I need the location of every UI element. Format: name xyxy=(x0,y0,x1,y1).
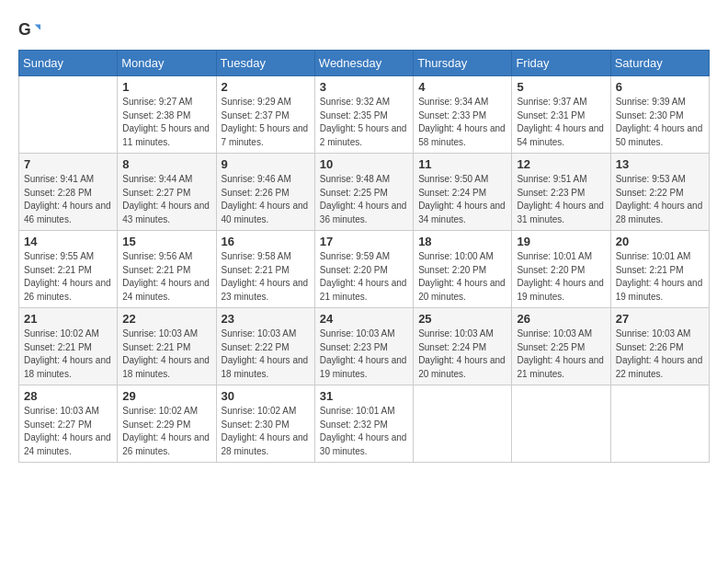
calendar-cell: 30Sunrise: 10:02 AM Sunset: 2:30 PM Dayl… xyxy=(216,385,314,463)
calendar-week-row: 1Sunrise: 9:27 AM Sunset: 2:38 PM Daylig… xyxy=(19,76,710,154)
calendar-cell: 2Sunrise: 9:29 AM Sunset: 2:37 PM Daylig… xyxy=(216,76,314,154)
calendar-week-row: 14Sunrise: 9:55 AM Sunset: 2:21 PM Dayli… xyxy=(19,231,710,308)
day-info: Sunrise: 9:50 AM Sunset: 2:24 PM Dayligh… xyxy=(418,173,506,226)
calendar-cell xyxy=(19,76,118,154)
day-info: Sunrise: 9:53 AM Sunset: 2:22 PM Dayligh… xyxy=(616,173,704,226)
day-info: Sunrise: 9:41 AM Sunset: 2:28 PM Dayligh… xyxy=(24,173,112,226)
day-number: 13 xyxy=(616,157,704,171)
calendar-cell: 23Sunrise: 10:03 AM Sunset: 2:22 PM Dayl… xyxy=(216,308,314,385)
day-info: Sunrise: 9:55 AM Sunset: 2:21 PM Dayligh… xyxy=(24,250,112,304)
day-number: 12 xyxy=(517,157,605,171)
day-info: Sunrise: 10:03 AM Sunset: 2:22 PM Daylig… xyxy=(222,327,310,381)
calendar-cell: 20Sunrise: 10:01 AM Sunset: 2:21 PM Dayl… xyxy=(610,231,709,308)
calendar-cell: 15Sunrise: 9:56 AM Sunset: 2:21 PM Dayli… xyxy=(118,231,216,308)
day-info: Sunrise: 9:56 AM Sunset: 2:21 PM Dayligh… xyxy=(122,250,210,304)
day-info: Sunrise: 9:46 AM Sunset: 2:26 PM Dayligh… xyxy=(222,173,310,226)
calendar-cell: 11Sunrise: 9:50 AM Sunset: 2:24 PM Dayli… xyxy=(414,154,512,231)
day-number: 28 xyxy=(24,389,112,403)
day-info: Sunrise: 10:02 AM Sunset: 2:21 PM Daylig… xyxy=(24,327,112,381)
page-header: G xyxy=(18,18,710,40)
day-number: 10 xyxy=(320,157,408,171)
day-number: 24 xyxy=(320,312,408,326)
calendar-cell xyxy=(610,385,709,463)
calendar-cell: 17Sunrise: 9:59 AM Sunset: 2:20 PM Dayli… xyxy=(314,231,413,308)
calendar-cell: 29Sunrise: 10:02 AM Sunset: 2:29 PM Dayl… xyxy=(118,385,216,463)
day-number: 19 xyxy=(517,235,605,248)
calendar-cell: 22Sunrise: 10:03 AM Sunset: 2:21 PM Dayl… xyxy=(118,308,216,385)
day-number: 21 xyxy=(24,312,112,326)
day-info: Sunrise: 9:44 AM Sunset: 2:27 PM Dayligh… xyxy=(122,173,210,226)
day-number: 18 xyxy=(418,235,506,248)
calendar-cell: 10Sunrise: 9:48 AM Sunset: 2:25 PM Dayli… xyxy=(314,154,413,231)
logo: G xyxy=(18,18,44,40)
day-number: 7 xyxy=(24,157,112,171)
calendar-cell: 12Sunrise: 9:51 AM Sunset: 2:23 PM Dayli… xyxy=(512,154,610,231)
day-info: Sunrise: 10:02 AM Sunset: 2:29 PM Daylig… xyxy=(122,405,210,458)
day-number: 27 xyxy=(616,312,704,326)
calendar-cell: 14Sunrise: 9:55 AM Sunset: 2:21 PM Dayli… xyxy=(19,231,118,308)
calendar-cell: 3Sunrise: 9:32 AM Sunset: 2:35 PM Daylig… xyxy=(314,76,413,154)
day-info: Sunrise: 9:58 AM Sunset: 2:21 PM Dayligh… xyxy=(222,250,310,304)
day-number: 26 xyxy=(517,312,605,326)
weekday-header-monday: Monday xyxy=(118,51,216,76)
calendar-cell xyxy=(414,385,512,463)
weekday-header-wednesday: Wednesday xyxy=(314,51,413,76)
day-info: Sunrise: 10:03 AM Sunset: 2:26 PM Daylig… xyxy=(616,327,704,381)
day-number: 30 xyxy=(222,389,310,403)
day-info: Sunrise: 10:02 AM Sunset: 2:30 PM Daylig… xyxy=(222,405,310,458)
calendar-cell: 1Sunrise: 9:27 AM Sunset: 2:38 PM Daylig… xyxy=(118,76,216,154)
day-info: Sunrise: 10:01 AM Sunset: 2:32 PM Daylig… xyxy=(320,405,408,458)
calendar-table: SundayMondayTuesdayWednesdayThursdayFrid… xyxy=(18,50,710,463)
calendar-cell: 24Sunrise: 10:03 AM Sunset: 2:23 PM Dayl… xyxy=(314,308,413,385)
day-number: 5 xyxy=(517,80,605,94)
weekday-header-tuesday: Tuesday xyxy=(216,51,314,76)
calendar-header-row: SundayMondayTuesdayWednesdayThursdayFrid… xyxy=(19,51,710,76)
weekday-header-sunday: Sunday xyxy=(19,51,118,76)
calendar-cell: 16Sunrise: 9:58 AM Sunset: 2:21 PM Dayli… xyxy=(216,231,314,308)
calendar-cell: 4Sunrise: 9:34 AM Sunset: 2:33 PM Daylig… xyxy=(414,76,512,154)
weekday-header-thursday: Thursday xyxy=(414,51,512,76)
calendar-cell: 19Sunrise: 10:01 AM Sunset: 2:20 PM Dayl… xyxy=(512,231,610,308)
svg-text:G: G xyxy=(18,20,31,39)
day-number: 8 xyxy=(122,157,210,171)
calendar-cell: 18Sunrise: 10:00 AM Sunset: 2:20 PM Dayl… xyxy=(414,231,512,308)
day-info: Sunrise: 10:01 AM Sunset: 2:20 PM Daylig… xyxy=(517,250,605,304)
day-number: 9 xyxy=(222,157,310,171)
day-info: Sunrise: 10:00 AM Sunset: 2:20 PM Daylig… xyxy=(418,250,506,304)
calendar-week-row: 21Sunrise: 10:02 AM Sunset: 2:21 PM Dayl… xyxy=(19,308,710,385)
day-info: Sunrise: 9:39 AM Sunset: 2:30 PM Dayligh… xyxy=(616,96,704,149)
day-number: 16 xyxy=(222,235,310,248)
day-number: 29 xyxy=(122,389,210,403)
day-number: 17 xyxy=(320,235,408,248)
day-number: 3 xyxy=(320,80,408,94)
day-number: 25 xyxy=(418,312,506,326)
day-info: Sunrise: 10:01 AM Sunset: 2:21 PM Daylig… xyxy=(616,250,704,304)
day-number: 4 xyxy=(418,80,506,94)
weekday-header-friday: Friday xyxy=(512,51,610,76)
calendar-cell: 5Sunrise: 9:37 AM Sunset: 2:31 PM Daylig… xyxy=(512,76,610,154)
day-number: 6 xyxy=(616,80,704,94)
calendar-cell: 21Sunrise: 10:02 AM Sunset: 2:21 PM Dayl… xyxy=(19,308,118,385)
day-number: 1 xyxy=(122,80,210,94)
calendar-cell: 8Sunrise: 9:44 AM Sunset: 2:27 PM Daylig… xyxy=(118,154,216,231)
calendar-cell: 31Sunrise: 10:01 AM Sunset: 2:32 PM Dayl… xyxy=(314,385,413,463)
day-number: 31 xyxy=(320,389,408,403)
day-info: Sunrise: 9:51 AM Sunset: 2:23 PM Dayligh… xyxy=(517,173,605,226)
svg-marker-1 xyxy=(35,24,40,29)
calendar-week-row: 28Sunrise: 10:03 AM Sunset: 2:27 PM Dayl… xyxy=(19,385,710,463)
day-number: 11 xyxy=(418,157,506,171)
day-info: Sunrise: 10:03 AM Sunset: 2:24 PM Daylig… xyxy=(418,327,506,381)
logo-icon: G xyxy=(18,18,40,40)
calendar-cell: 27Sunrise: 10:03 AM Sunset: 2:26 PM Dayl… xyxy=(610,308,709,385)
calendar-cell: 28Sunrise: 10:03 AM Sunset: 2:27 PM Dayl… xyxy=(19,385,118,463)
day-info: Sunrise: 10:03 AM Sunset: 2:25 PM Daylig… xyxy=(517,327,605,381)
day-info: Sunrise: 9:34 AM Sunset: 2:33 PM Dayligh… xyxy=(418,96,506,149)
day-number: 2 xyxy=(222,80,310,94)
day-info: Sunrise: 9:48 AM Sunset: 2:25 PM Dayligh… xyxy=(320,173,408,226)
calendar-cell: 7Sunrise: 9:41 AM Sunset: 2:28 PM Daylig… xyxy=(19,154,118,231)
day-info: Sunrise: 10:03 AM Sunset: 2:27 PM Daylig… xyxy=(24,405,112,458)
weekday-header-saturday: Saturday xyxy=(610,51,709,76)
calendar-cell: 6Sunrise: 9:39 AM Sunset: 2:30 PM Daylig… xyxy=(610,76,709,154)
day-number: 22 xyxy=(122,312,210,326)
day-info: Sunrise: 10:03 AM Sunset: 2:21 PM Daylig… xyxy=(122,327,210,381)
